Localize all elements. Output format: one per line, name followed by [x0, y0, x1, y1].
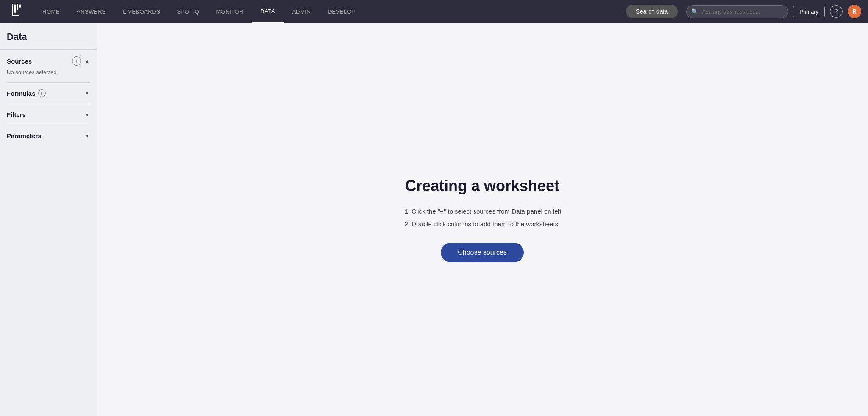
filters-header[interactable]: Filters ▼ — [7, 111, 90, 118]
svg-rect-3 — [19, 4, 21, 8]
sidebar-filters-section: Filters ▼ — [0, 104, 97, 125]
filters-chevron-icon[interactable]: ▼ — [85, 112, 90, 118]
no-sources-text: No sources selected — [7, 69, 90, 75]
nav-spotiq[interactable]: SPOTIQ — [169, 0, 207, 23]
sidebar-sources-section: Sources + ▲ No sources selected — [0, 50, 97, 82]
sidebar-page-title: Data — [0, 23, 97, 49]
formulas-title: Formulas i — [7, 89, 46, 97]
primary-button[interactable]: Primary — [793, 6, 825, 17]
formulas-label: Formulas — [7, 90, 36, 97]
navbar: HOME ANSWERS LIVEBOARDS SPOTIQ MONITOR D… — [0, 0, 868, 23]
svg-rect-1 — [14, 4, 16, 13]
sources-actions: + ▲ — [72, 56, 90, 66]
ask-search-icon: 🔍 — [691, 8, 698, 15]
nav-home[interactable]: HOME — [34, 0, 68, 23]
formulas-header[interactable]: Formulas i ▼ — [7, 89, 90, 97]
choose-sources-button[interactable]: Choose sources — [441, 243, 524, 262]
user-avatar[interactable]: R — [848, 5, 861, 18]
main-content: Creating a worksheet Click the "+" to se… — [97, 23, 868, 416]
worksheet-title: Creating a worksheet — [403, 177, 561, 195]
svg-rect-4 — [12, 15, 19, 16]
svg-rect-2 — [17, 4, 18, 10]
nav-develop[interactable]: DEVELOP — [319, 0, 364, 23]
add-sources-button[interactable]: + — [72, 56, 81, 66]
sidebar: Data Sources + ▲ No sources selected For… — [0, 23, 97, 416]
sources-chevron-up-icon[interactable]: ▲ — [85, 58, 90, 64]
app-logo[interactable] — [7, 2, 25, 21]
help-button[interactable]: ? — [830, 5, 843, 18]
sidebar-parameters-section: Parameters ▼ — [0, 125, 97, 146]
navbar-right: 🔍 Primary ? R — [686, 5, 861, 18]
nav-data[interactable]: DATA — [252, 0, 284, 23]
worksheet-step-2: Double click columns to add them to the … — [412, 219, 561, 229]
nav-liveboards[interactable]: LIVEBOARDS — [114, 0, 169, 23]
worksheet-steps: Click the "+" to select sources from Dat… — [403, 207, 561, 229]
sources-title: Sources — [7, 58, 32, 65]
sources-header: Sources + ▲ — [7, 56, 90, 66]
sidebar-formulas-section: Formulas i ▼ — [0, 83, 97, 104]
parameters-title: Parameters — [7, 132, 41, 139]
worksheet-step-1: Click the "+" to select sources from Dat… — [412, 207, 561, 216]
ask-search-wrapper: 🔍 — [686, 5, 788, 18]
nav-links: HOME ANSWERS LIVEBOARDS SPOTIQ MONITOR D… — [34, 0, 626, 23]
page-layout: Data Sources + ▲ No sources selected For… — [0, 23, 868, 416]
nav-answers[interactable]: ANSWERS — [68, 0, 114, 23]
formulas-chevron-icon[interactable]: ▼ — [85, 90, 90, 96]
nav-monitor[interactable]: MONITOR — [207, 0, 252, 23]
search-data-button[interactable]: Search data — [626, 5, 678, 18]
parameters-chevron-icon[interactable]: ▼ — [85, 133, 90, 139]
ask-search-input[interactable] — [686, 5, 788, 18]
formulas-info-icon: i — [38, 89, 46, 97]
svg-rect-0 — [12, 4, 13, 16]
filters-title: Filters — [7, 111, 26, 118]
worksheet-info: Creating a worksheet Click the "+" to se… — [403, 177, 561, 262]
logo-icon — [8, 3, 24, 20]
parameters-header[interactable]: Parameters ▼ — [7, 132, 90, 139]
nav-admin[interactable]: ADMIN — [284, 0, 319, 23]
